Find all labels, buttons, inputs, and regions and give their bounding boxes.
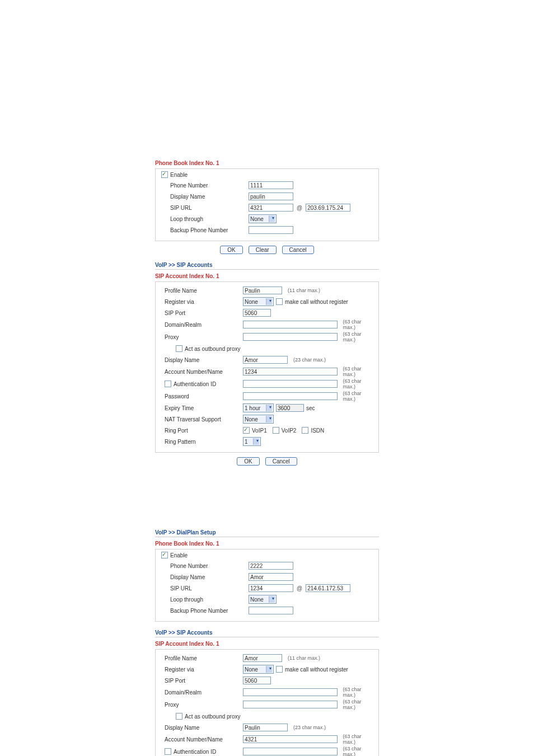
section-2: VoIP >> DialPlan Setup Phone Book Index … [155, 529, 379, 756]
sip-breadcrumb: VoIP >> SIP Accounts [155, 262, 379, 270]
backup-phone-label: Backup Phone Number [159, 608, 249, 614]
phonebook-title-2: Phone Book Index No. 1 [155, 541, 379, 547]
phone-number-input[interactable] [249, 181, 293, 189]
sip-port-label: SIP Port [159, 310, 243, 316]
profile-name-hint: (11 char max.) [288, 288, 320, 293]
display-name-input[interactable] [249, 192, 293, 200]
enable-checkbox[interactable] [161, 552, 168, 558]
display-name-input[interactable] [249, 573, 293, 581]
expiry-sec-label: sec [306, 405, 315, 411]
profile-name-input[interactable] [243, 654, 282, 662]
register-via-select[interactable]: None [243, 297, 274, 306]
sip-url-user-input[interactable] [249, 584, 293, 592]
sip-port-input[interactable] [243, 677, 271, 684]
ok-button[interactable]: OK [220, 246, 242, 254]
sip-display-name-label: Display Name [159, 357, 243, 363]
act-outbound-checkbox[interactable] [176, 345, 182, 352]
ring-pattern-label: Ring Pattern [159, 439, 243, 445]
proxy-input[interactable] [243, 333, 338, 341]
backup-phone-label: Backup Phone Number [159, 227, 249, 233]
act-outbound-checkbox[interactable] [176, 713, 182, 720]
profile-name-input[interactable] [243, 287, 282, 294]
ring-port-voip1-checkbox[interactable] [243, 427, 250, 434]
sip-url-host-input[interactable] [306, 584, 350, 592]
ring-port-voip1-label: VoIP1 [252, 428, 267, 434]
profile-name-label: Profile Name [159, 288, 243, 294]
sip-buttons: OK Cancel [155, 457, 379, 466]
expiry-select[interactable]: 1 hour [243, 403, 274, 412]
sip-display-name-hint: (23 char max.) [293, 725, 326, 730]
auth-id-hint: (63 char max.) [343, 746, 376, 756]
at-symbol: @ [297, 205, 302, 211]
proxy-input[interactable] [243, 701, 338, 708]
backup-phone-input[interactable] [249, 226, 293, 234]
enable-label: Enable [170, 172, 188, 178]
ring-port-label: Ring Port [159, 428, 243, 434]
phonebook-buttons: OK Clear Cancel [155, 246, 379, 254]
phonebook-title: Phone Book Index No. 1 [155, 160, 379, 166]
expiry-sec-input[interactable] [276, 404, 304, 412]
proxy-hint: (63 char max.) [343, 699, 376, 710]
make-call-checkbox[interactable] [276, 298, 283, 305]
auth-id-input[interactable] [243, 380, 338, 388]
make-call-label: make call without register [285, 666, 348, 673]
domain-realm-input[interactable] [243, 321, 338, 328]
account-number-input[interactable] [243, 368, 338, 375]
phone-number-input[interactable] [249, 562, 293, 570]
phonebook-panel: Enable Phone Number Display Name SIP URL… [155, 168, 379, 241]
password-input[interactable] [243, 392, 338, 400]
clear-button[interactable]: Clear [249, 246, 277, 254]
sip-url-host-input[interactable] [306, 204, 350, 212]
act-outbound-label: Act as outbound proxy [185, 346, 241, 352]
expiry-label: Expiry Time [159, 405, 243, 411]
auth-id-checkbox[interactable] [165, 381, 171, 387]
ok-button[interactable]: OK [237, 457, 259, 466]
sip-panel: Profile Name (11 char max.) Register via… [155, 281, 379, 453]
password-label: Password [159, 393, 243, 400]
auth-id-hint: (63 char max.) [343, 378, 376, 389]
domain-realm-input[interactable] [243, 688, 338, 696]
make-call-checkbox[interactable] [276, 666, 283, 673]
sip-breadcrumb-2: VoIP >> SIP Accounts [155, 630, 379, 637]
sip-url-label: SIP URL [159, 205, 249, 211]
domain-realm-label: Domain/Realm [159, 322, 243, 328]
account-number-input[interactable] [243, 735, 338, 743]
cancel-button[interactable]: Cancel [282, 246, 314, 254]
proxy-hint: (63 char max.) [343, 331, 376, 342]
account-number-hint: (63 char max.) [343, 366, 376, 377]
phonebook-panel-2: Enable Phone Number Display Name SIP URL… [155, 549, 379, 622]
proxy-label: Proxy [159, 702, 243, 708]
register-via-select[interactable]: None [243, 665, 274, 674]
cancel-button[interactable]: Cancel [265, 457, 297, 466]
sip-display-name-label: Display Name [159, 725, 243, 731]
ring-pattern-select[interactable]: 1 [243, 437, 261, 446]
auth-id-input[interactable] [243, 748, 338, 755]
domain-realm-hint: (63 char max.) [343, 687, 376, 698]
sip-url-user-input[interactable] [249, 204, 293, 212]
sip-port-input[interactable] [243, 309, 271, 317]
sip-display-name-input[interactable] [243, 724, 288, 731]
profile-name-hint: (11 char max.) [288, 655, 320, 661]
sip-display-name-hint: (23 char max.) [293, 357, 326, 363]
section-1: Phone Book Index No. 1 Enable Phone Numb… [155, 160, 379, 466]
phone-number-label: Phone Number [159, 563, 249, 569]
loop-through-select[interactable]: None [249, 214, 277, 223]
act-outbound-row: Act as outbound proxy [159, 713, 241, 720]
nat-label: NAT Traversal Support [159, 416, 243, 422]
auth-id-label-row: Authentication ID [159, 381, 243, 387]
profile-name-label: Profile Name [159, 655, 243, 661]
backup-phone-input[interactable] [249, 607, 293, 614]
domain-realm-label: Domain/Realm [159, 689, 243, 696]
auth-id-label: Authentication ID [174, 381, 216, 387]
ring-port-voip2-checkbox[interactable] [273, 427, 279, 434]
make-call-label: make call without register [285, 299, 348, 305]
enable-checkbox[interactable] [161, 171, 168, 178]
loop-through-select[interactable]: None [249, 595, 277, 604]
auth-id-checkbox[interactable] [165, 748, 171, 755]
sip-port-label: SIP Port [159, 678, 243, 684]
sip-display-name-input[interactable] [243, 356, 288, 364]
nat-select[interactable]: None [243, 415, 274, 424]
ring-port-isdn-checkbox[interactable] [302, 427, 308, 434]
dialplan-breadcrumb: VoIP >> DialPlan Setup [155, 529, 379, 537]
loop-through-label: Loop through [159, 597, 249, 603]
